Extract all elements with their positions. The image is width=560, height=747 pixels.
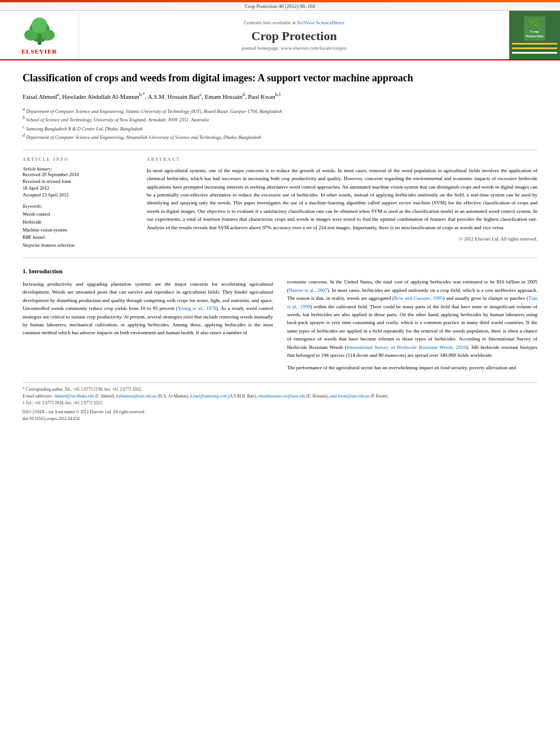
divider-1 <box>23 150 537 150</box>
badge-label-crop: Crop <box>526 29 544 34</box>
introduction-body: 1. Introduction Increasing productivity … <box>23 267 537 376</box>
keywords-list: Weeds control Herbicide Machine vision s… <box>23 211 135 249</box>
intro-right-col: economic concerns. In the United States,… <box>287 267 538 376</box>
authors-line: Faisal Ahmeda, Hawlader Abdullah Al-Mamu… <box>23 91 537 101</box>
affil-d: d Department of Computer Science and Eng… <box>23 132 537 141</box>
sciverse-link[interactable]: SciVerse ScienceDirect <box>297 20 344 25</box>
revised-date: Received in revised form18 April 2012 <box>23 178 135 192</box>
stripe-gold <box>512 43 557 45</box>
email-emam[interactable]: emamhossain.cse@aust.edu <box>258 394 305 399</box>
svg-point-4 <box>32 18 47 33</box>
divider-2 <box>23 257 537 258</box>
stripe-gold2 <box>512 47 557 49</box>
copyright-line: © 2012 Elsevier Ltd. All rights reserved… <box>147 236 537 242</box>
accepted-date: Accepted 23 April 2012 <box>23 192 135 199</box>
abstract-col: ABSTRACT In most agricultural systems, o… <box>147 157 537 250</box>
received-date: Received 20 September 2010 <box>23 172 135 178</box>
ref-ishrw: International Survey of Herbicide Resist… <box>347 344 466 350</box>
author-hossain: Emam Hossain <box>205 93 243 100</box>
stripe-white <box>512 52 557 54</box>
keyword-stepwise: Stepwise features selection <box>23 242 135 250</box>
author-almamun: Hawlader Abdullah Al-Mamun <box>62 93 139 100</box>
intro-left-col: 1. Introduction Increasing productivity … <box>23 267 273 376</box>
section-number: 1. <box>23 268 27 274</box>
sciverse-line: Contents lists available at SciVerse Sci… <box>244 20 345 25</box>
journal-header: ELSEVIER Contents lists available at Sci… <box>0 11 560 60</box>
sup-a1: a <box>57 92 59 97</box>
crop-protection-badge: 🌿 Crop Protection <box>524 16 546 41</box>
email-kwan[interactable]: paul.kwan@une.edu.au <box>330 394 369 399</box>
copyright-note: 0261-2194/$ – see front matter © 2012 El… <box>23 409 537 416</box>
introduction-section: 1. Introduction Increasing productivity … <box>23 267 537 376</box>
ref-rew: Rew and Cussans, 1995 <box>394 295 443 301</box>
keyword-machine-vision: Machine vision system <box>23 226 135 234</box>
email-label: E-mail addresses: <box>23 394 54 399</box>
elsevier-logo-area: ELSEVIER <box>0 11 79 59</box>
sup-c1: c <box>200 92 202 97</box>
citation-bar: Crop Protection 40 (2012) 98–104 <box>0 2 560 11</box>
author-bari: A.S.M. Hossain Bari <box>148 93 200 100</box>
journal-info-center: Contents lists available at SciVerse Sci… <box>79 11 509 59</box>
article-info-col: ARTICLE INFO Article history: Received 2… <box>23 157 135 250</box>
intro-para-3: The performance of the agricultural sect… <box>287 364 538 372</box>
main-content: Classification of crops and weeds from d… <box>0 60 560 434</box>
doi-number: doi:10.1016/j.cropro.2012.04.024 <box>23 416 537 422</box>
article-title: Classification of crops and weeds from d… <box>23 72 537 85</box>
svm-italic: support vector machine <box>382 200 431 206</box>
journal-homepage: journal homepage: www.elsevier.com/locat… <box>242 45 347 51</box>
affiliations: a Department of Computer Science and Eng… <box>23 106 537 141</box>
email-fahmed[interactable]: fahmed@iut-dhaka.edu <box>54 394 94 399</box>
doi-line: 0261-2194/$ – see front matter © 2012 El… <box>23 409 537 422</box>
author-kwan: Paul Kwan <box>248 93 275 100</box>
sup-d1: d <box>243 92 245 97</box>
author-faisal: Faisal Ahmed <box>23 93 57 100</box>
keywords-label: Keywords: <box>23 204 135 209</box>
ref-young: Young et al., 1978 <box>178 305 216 311</box>
keyword-rbf: RBF kernel <box>23 234 135 242</box>
intro-para-1: Increasing productivity and upgrading pl… <box>23 280 273 337</box>
footnote-email: E-mail addresses: fahmed@iut-dhaka.edu (… <box>23 393 537 400</box>
affil-b: b School of Science and Technology, Univ… <box>23 115 537 124</box>
elsevier-tree-icon <box>17 15 62 46</box>
abstract-header: ABSTRACT <box>147 157 537 162</box>
email-halmamun[interactable]: halmamun@une.edu.au <box>116 394 156 399</box>
keyword-herbicide: Herbicide <box>23 219 135 226</box>
affil-a: a Department of Computer Science and Eng… <box>23 106 537 115</box>
badge-crop-icon: 🌿 <box>526 19 544 28</box>
sciverse-prefix: Contents lists available at <box>244 20 297 25</box>
journal-title: Crop Protection <box>251 29 336 43</box>
affil-c: c Samsung Bangladesh R & D Center Ltd, D… <box>23 124 537 133</box>
badge-label-protection: Protection <box>526 34 544 38</box>
article-info-abstract: ARTICLE INFO Article history: Received 2… <box>23 157 537 250</box>
sup-b2: b,1 <box>275 92 281 97</box>
ref-naeem: Naeem et al., 2007 <box>289 287 327 293</box>
citation-text: Crop Protection 40 (2012) 98–104 <box>245 3 315 9</box>
abstract-text: In most agricultural systems, one of the… <box>147 167 537 231</box>
sup-b1: b,* <box>139 92 145 97</box>
history-label: Article history: <box>23 167 135 172</box>
footnotes: * Corresponding author. Tel.: +61 2 6773… <box>23 382 537 422</box>
stripe-green2 <box>512 50 557 51</box>
email-hari[interactable]: h.hari@samsung.com <box>190 394 227 399</box>
footnote-kwan: 1 Tel.: +61 2 6773 2034; fax: +61 2 6773… <box>23 400 537 407</box>
journal-badge-area: 🌿 Crop Protection <box>509 11 560 59</box>
intro-title: 1. Introduction <box>23 267 273 277</box>
intro-para-2: economic concerns. In the United States,… <box>287 278 538 359</box>
elsevier-logo: ELSEVIER <box>17 15 62 55</box>
article-info-header: ARTICLE INFO <box>23 157 135 162</box>
footnote-corresponding: * Corresponding author. Tel.: +61 2 6773… <box>23 386 537 393</box>
badge-stripes <box>512 42 557 54</box>
stripe-green1 <box>512 45 557 47</box>
keyword-weeds: Weeds control <box>23 211 135 219</box>
elsevier-wordmark: ELSEVIER <box>21 48 58 55</box>
